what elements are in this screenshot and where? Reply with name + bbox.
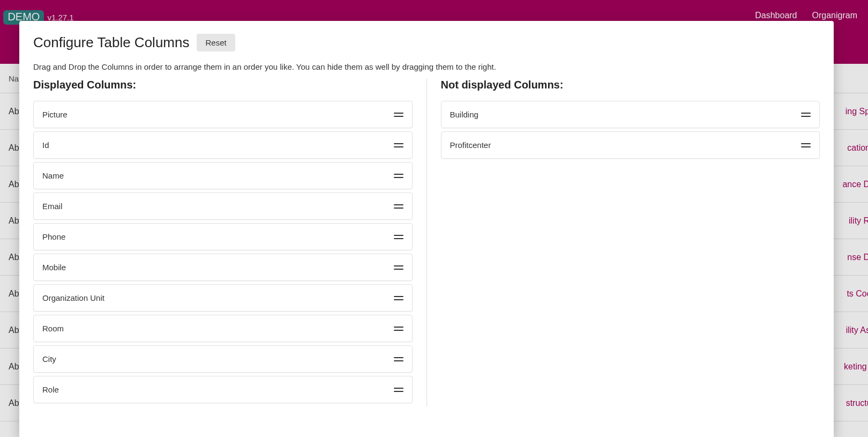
drag-handle-icon[interactable] xyxy=(394,113,403,117)
column-item-label: Id xyxy=(42,140,49,150)
modal-title: Configure Table Columns xyxy=(33,34,189,51)
drag-handle-icon[interactable] xyxy=(394,388,403,392)
not-displayed-columns-heading: Not displayed Columns: xyxy=(441,79,820,91)
displayed-columns-list: PictureIdNameEmailPhoneMobileOrganizatio… xyxy=(33,101,413,403)
column-item-label: Name xyxy=(42,171,64,180)
column-item-label: Organization Unit xyxy=(42,293,104,302)
column-item[interactable]: Room xyxy=(33,315,413,342)
not-displayed-columns-list: BuildingProfitcenter xyxy=(441,101,820,159)
column-item[interactable]: Name xyxy=(33,162,413,189)
column-item[interactable]: Id xyxy=(33,131,413,159)
drag-handle-icon[interactable] xyxy=(801,143,811,147)
reset-button[interactable]: Reset xyxy=(197,34,235,51)
column-item-label: Building xyxy=(450,110,478,119)
configure-columns-modal: Configure Table Columns Reset Drag and D… xyxy=(19,21,834,437)
column-item-label: Room xyxy=(42,324,64,333)
column-item[interactable]: Picture xyxy=(33,101,413,128)
drag-handle-icon[interactable] xyxy=(394,143,403,147)
column-item[interactable]: Email xyxy=(33,192,413,220)
drag-handle-icon[interactable] xyxy=(394,235,403,239)
column-item-label: Phone xyxy=(42,232,65,241)
column-item-label: Role xyxy=(42,385,59,394)
drag-handle-icon[interactable] xyxy=(394,174,403,178)
column-item-label: Email xyxy=(42,202,63,211)
not-displayed-columns-pane: Not displayed Columns: BuildingProfitcen… xyxy=(426,79,820,406)
drag-handle-icon[interactable] xyxy=(394,296,403,300)
modal-title-row: Configure Table Columns Reset xyxy=(33,34,820,51)
column-item-label: Mobile xyxy=(42,263,66,272)
column-item[interactable]: Mobile xyxy=(33,254,413,281)
displayed-columns-heading: Displayed Columns: xyxy=(33,79,413,91)
drag-handle-icon[interactable] xyxy=(801,113,811,117)
column-item[interactable]: Phone xyxy=(33,223,413,250)
column-item-label: Picture xyxy=(42,110,68,119)
drag-handle-icon[interactable] xyxy=(394,204,403,209)
column-item[interactable]: Profitcenter xyxy=(441,131,820,159)
column-item[interactable]: City xyxy=(33,345,413,373)
column-item[interactable]: Role xyxy=(33,376,413,403)
column-item[interactable]: Building xyxy=(441,101,820,128)
drag-handle-icon[interactable] xyxy=(394,327,403,331)
displayed-columns-pane: Displayed Columns: PictureIdNameEmailPho… xyxy=(33,79,413,406)
column-item-label: Profitcenter xyxy=(450,140,491,150)
column-item-label: City xyxy=(42,354,56,364)
modal-description: Drag and Drop the Columns in order to ar… xyxy=(33,62,820,71)
columns-area: Displayed Columns: PictureIdNameEmailPho… xyxy=(33,79,820,406)
drag-handle-icon[interactable] xyxy=(394,357,403,361)
column-item[interactable]: Organization Unit xyxy=(33,284,413,312)
drag-handle-icon[interactable] xyxy=(394,265,403,270)
